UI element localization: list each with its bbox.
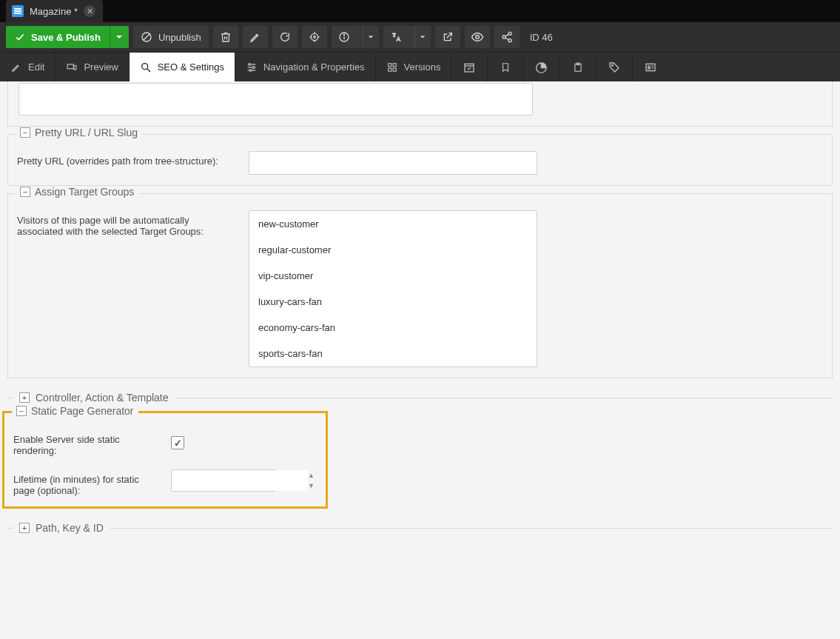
target-button[interactable] (302, 26, 327, 48)
rename-button[interactable] (243, 26, 268, 48)
external-link-icon (442, 31, 454, 43)
tab-analytics[interactable] (524, 53, 560, 81)
preview-eye-button[interactable] (465, 26, 490, 48)
collapse-icon[interactable]: − (16, 406, 27, 416)
target-groups-label: Visitors of this page will be automatica… (17, 210, 235, 237)
svg-point-10 (343, 34, 344, 35)
spinner-down-icon[interactable]: ▼ (308, 481, 315, 491)
devices-icon (66, 61, 78, 73)
tab-notes[interactable] (560, 53, 597, 81)
section-target-groups-header[interactable]: − Assign Target Groups (16, 186, 138, 198)
info-icon (338, 31, 350, 43)
section-controller-header[interactable]: + Controller, Action & Template (7, 392, 833, 404)
svg-point-3 (313, 36, 315, 39)
document-tab[interactable]: Magazine * ✕ (6, 0, 103, 22)
enable-static-label: Enable Server side static rendering: (13, 429, 158, 456)
section-static-generator-title: Static Page Generator (31, 405, 134, 417)
list-item[interactable]: regular-customer (249, 237, 537, 263)
list-item[interactable]: economy-cars-fan (249, 315, 537, 341)
tab-nav-props-label: Navigation & Properties (263, 61, 365, 73)
tab-seo-settings[interactable]: SEO & Settings (130, 53, 235, 81)
section-path-key-id-title: Path, Key & ID (36, 522, 104, 534)
lifetime-spinner[interactable]: ▲ ▼ (171, 469, 276, 492)
svg-line-16 (505, 34, 508, 36)
tab-bookmark[interactable] (488, 53, 524, 81)
svg-point-2 (311, 33, 317, 40)
svg-point-27 (249, 69, 252, 71)
content-area: − Pretty URL / URL Slug Pretty URL (over… (0, 81, 840, 639)
eye-icon (471, 30, 484, 44)
delete-button[interactable] (213, 26, 238, 48)
translate-button[interactable] (383, 26, 431, 48)
collapse-icon[interactable]: − (20, 187, 30, 197)
tab-versions-label: Versions (404, 61, 441, 73)
expand-icon[interactable]: + (19, 392, 30, 403)
lifetime-input[interactable] (172, 470, 308, 491)
textarea-field[interactable] (19, 83, 533, 116)
clipboard-icon (572, 61, 584, 73)
tab-versions[interactable]: Versions (376, 53, 452, 81)
list-item[interactable]: sports-cars-fan (249, 341, 537, 367)
lifetime-label: Lifetime (in minutes) for static page (o… (13, 469, 158, 496)
open-external-button[interactable] (435, 26, 460, 48)
svg-rect-37 (646, 64, 655, 70)
save-publish-caret[interactable] (110, 26, 129, 48)
crosshair-icon (309, 31, 320, 43)
share-icon (501, 31, 513, 43)
document-tab-title: Magazine * (30, 6, 78, 17)
section-pretty-url: − Pretty URL / URL Slug Pretty URL (over… (7, 134, 833, 186)
spinner-up-icon[interactable]: ▲ (308, 470, 315, 481)
tab-bar: Magazine * ✕ (0, 0, 840, 22)
collapse-icon[interactable]: − (20, 127, 30, 138)
refresh-icon (279, 31, 291, 43)
save-publish-label: Save & Publish (31, 32, 101, 43)
svg-line-21 (147, 69, 150, 72)
svg-rect-29 (393, 63, 396, 66)
translate-icon (390, 31, 402, 43)
trash-icon (220, 31, 232, 43)
svg-line-1 (143, 33, 149, 40)
translate-caret[interactable] (414, 26, 431, 48)
share-button[interactable] (494, 26, 520, 48)
reload-button[interactable] (272, 26, 298, 48)
svg-rect-18 (68, 64, 74, 68)
tab-navigation-properties[interactable]: Navigation & Properties (235, 53, 376, 81)
svg-rect-30 (388, 68, 391, 71)
document-icon (12, 5, 24, 17)
tab-edit-label: Edit (28, 61, 44, 73)
pretty-url-input[interactable] (249, 151, 537, 175)
svg-point-13 (508, 32, 511, 35)
svg-rect-31 (393, 68, 396, 71)
tab-tags[interactable] (597, 53, 633, 81)
caret-down-icon (420, 34, 426, 40)
list-item[interactable]: vip-customer (249, 263, 537, 289)
save-publish-button[interactable]: Save & Publish (6, 26, 129, 48)
section-pretty-url-header[interactable]: − Pretty URL / URL Slug (16, 127, 142, 138)
tab-preview[interactable]: Preview (56, 53, 129, 81)
info-caret[interactable] (363, 26, 379, 48)
section-static-generator-header[interactable]: − Static Page Generator (12, 405, 138, 417)
svg-line-17 (505, 38, 508, 40)
tab-users[interactable] (633, 53, 668, 81)
list-item[interactable]: luxury-cars-fan (249, 289, 537, 315)
svg-rect-28 (388, 63, 391, 66)
enable-static-checkbox[interactable] (171, 436, 184, 449)
svg-point-15 (508, 39, 511, 42)
svg-point-36 (612, 64, 614, 66)
unpublish-label: Unpublish (158, 32, 201, 43)
section-target-groups-title: Assign Target Groups (35, 186, 134, 198)
info-button[interactable] (332, 26, 379, 48)
tab-seo-settings-label: SEO & Settings (158, 61, 224, 73)
target-groups-listbox[interactable]: new-customer regular-customer vip-custom… (249, 210, 537, 367)
section-path-key-id-header[interactable]: + Path, Key & ID (7, 522, 833, 534)
pie-chart-icon (536, 61, 548, 73)
unpublish-button[interactable]: Unpublish (133, 26, 209, 48)
svg-point-38 (648, 66, 651, 68)
tab-schedule[interactable] (451, 53, 488, 81)
close-tab-icon[interactable]: ✕ (84, 5, 95, 17)
expand-icon[interactable]: + (19, 523, 30, 533)
list-item[interactable]: new-customer (249, 211, 537, 237)
tab-edit[interactable]: Edit (0, 53, 56, 81)
tab-preview-label: Preview (84, 61, 118, 73)
svg-point-26 (252, 66, 255, 68)
